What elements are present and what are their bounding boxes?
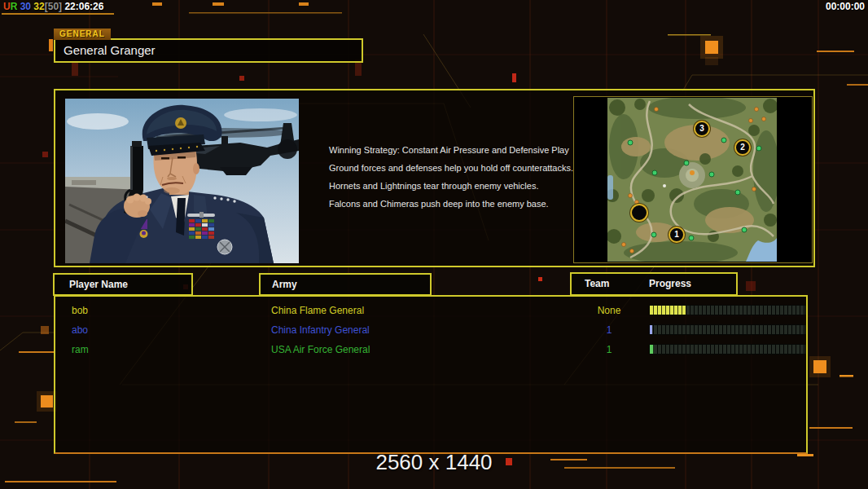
header-player-name: Player Name — [53, 273, 193, 296]
strategy-line-3: Hornets and Lightnings tear through enem… — [329, 182, 573, 191]
net-cap-value: [50] — [45, 1, 62, 12]
map-terrain-image — [607, 98, 777, 262]
briefing-panel: Winning Strategy: Constant Air Pressure … — [54, 89, 815, 267]
general-name-box[interactable]: General Granger — [54, 38, 363, 63]
general-name-text: General Granger — [64, 43, 156, 57]
players-panel: bob China Flame General None abo China I… — [54, 295, 808, 454]
strategy-line-2: Ground forces and defenses help you hold… — [329, 164, 573, 173]
map-marker-3: 3 — [694, 121, 710, 137]
player-team: 1 — [589, 340, 629, 359]
header-player-name-label: Player Name — [69, 279, 128, 290]
match-timer: 00:00:00 — [826, 1, 865, 12]
player-progress-bar — [650, 345, 805, 354]
map-preview: 3 2 1 — [607, 98, 777, 262]
strategy-line-1: Winning Strategy: Constant Air Pressure … — [329, 146, 573, 155]
progress-fill — [650, 345, 654, 354]
network-stats-text: UR 30 32[50] 22:06:26 — [3, 1, 103, 12]
header-team-progress: Team Progress — [570, 272, 738, 296]
map-marker-1: 1 — [669, 227, 685, 243]
clock-text: 22:06:26 — [62, 1, 103, 12]
header-progress-label: Progress — [649, 274, 691, 293]
player-name: abo — [72, 320, 88, 340]
net-update-rate: U — [3, 1, 11, 12]
game-lobby-screen: UR 30 32[50] 22:06:26 00:00:00 GENERAL G… — [0, 0, 868, 489]
map-marker-empty — [630, 204, 648, 222]
player-progress-bar — [650, 306, 805, 315]
header-team-label: Team — [585, 274, 609, 293]
map-preview-box: 3 2 1 — [573, 96, 813, 263]
player-team: 1 — [589, 320, 629, 340]
strategy-text: Winning Strategy: Constant Air Pressure … — [329, 146, 573, 218]
player-name: bob — [72, 301, 88, 320]
resolution-label: 2560 x 1440 — [0, 450, 868, 475]
player-army: China Flame General — [271, 301, 364, 320]
player-team: None — [589, 301, 629, 320]
net-latency-value: 32 — [31, 1, 45, 12]
player-row: bob China Flame General None — [55, 301, 804, 320]
general-tab: GENERAL — [54, 29, 111, 40]
strategy-line-4: Falcons and Chimeras push deep into the … — [329, 200, 573, 209]
map-marker-2: 2 — [734, 139, 751, 156]
player-army: China Infantry General — [271, 320, 370, 340]
player-progress-bar — [650, 325, 805, 334]
player-army: USA Air Force General — [271, 340, 370, 359]
player-name: ram — [72, 340, 89, 359]
progress-fill — [650, 306, 686, 315]
general-portrait-image — [65, 99, 299, 263]
net-fps-value: 30 — [17, 1, 31, 12]
player-row: ram USA Air Force General 1 — [55, 340, 804, 359]
header-army-label: Army — [272, 279, 297, 290]
player-row: abo China Infantry General 1 — [55, 320, 804, 340]
header-army: Army — [259, 273, 432, 296]
progress-fill — [650, 325, 652, 334]
general-portrait — [65, 99, 299, 263]
